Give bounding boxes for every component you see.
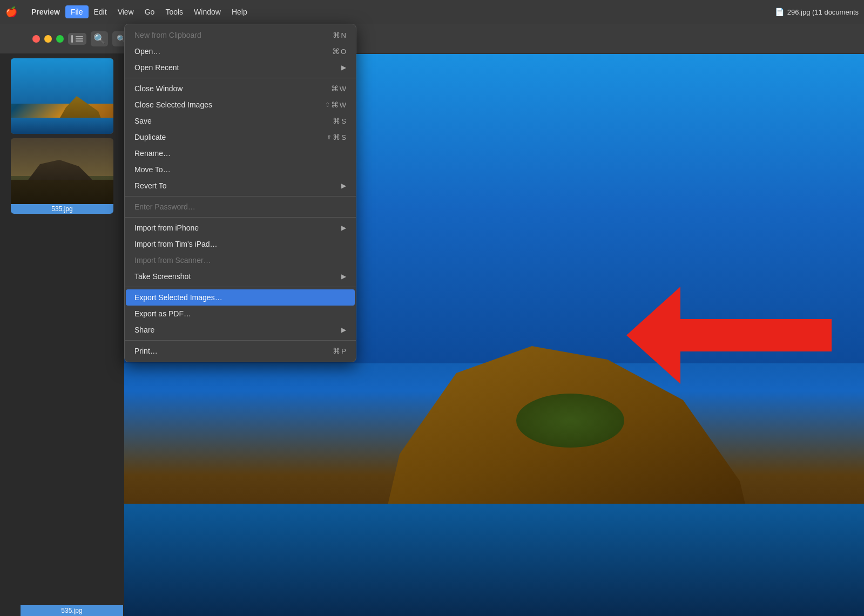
duplicate-shortcut: ⇧⌘S <box>327 133 346 141</box>
thumbnail-1[interactable] <box>11 58 113 134</box>
open-shortcut: ⌘O <box>332 47 346 56</box>
duplicate-label: Duplicate <box>134 133 166 141</box>
thumbnail-2-image <box>11 138 113 214</box>
menu-edit[interactable]: Edit <box>89 5 112 18</box>
menu-preview[interactable]: Preview <box>26 5 65 18</box>
print-label: Print… <box>134 347 158 355</box>
import-ipad-label: Import from Tim's iPad… <box>134 240 218 248</box>
menubar: 🍎 Preview File Edit View Go Tools Window… <box>0 0 864 24</box>
minimize-button[interactable] <box>44 35 52 43</box>
traffic-lights <box>32 35 64 43</box>
open-label: Open… <box>134 47 160 56</box>
menu-item-open-recent[interactable]: Open Recent ▶ <box>126 59 355 76</box>
import-scanner-label: Import from Scanner… <box>134 256 211 265</box>
take-screenshot-arrow: ▶ <box>341 273 346 280</box>
menu-item-share[interactable]: Share ▶ <box>126 322 355 338</box>
menu-file[interactable]: File <box>65 5 89 18</box>
menu-go[interactable]: Go <box>139 5 160 18</box>
import-iphone-label: Import from iPhone <box>134 224 199 232</box>
open-recent-arrow: ▶ <box>341 64 346 71</box>
revert-to-arrow: ▶ <box>341 182 346 189</box>
menu-window[interactable]: Window <box>188 5 226 18</box>
file-dropdown-menu: New from Clipboard ⌘N Open… ⌘O Open Rece… <box>124 24 356 362</box>
menu-item-rename[interactable]: Rename… <box>126 145 355 161</box>
sidebar: 535.jpg <box>0 54 124 616</box>
menu-tools[interactable]: Tools <box>160 5 188 18</box>
menu-help[interactable]: Help <box>226 5 253 18</box>
move-to-label: Move To… <box>134 165 171 174</box>
menu-item-new-from-clipboard[interactable]: New from Clipboard ⌘N <box>126 27 355 43</box>
share-arrow: ▶ <box>341 326 346 334</box>
menu-item-duplicate[interactable]: Duplicate ⇧⌘S <box>126 129 355 145</box>
menu-item-print[interactable]: Print… ⌘P <box>126 343 355 359</box>
export-selected-label: Export Selected Images… <box>134 293 222 302</box>
sidebar-toggle-button[interactable] <box>68 33 86 45</box>
enter-password-label: Enter Password… <box>134 202 195 211</box>
window-title-text: 296.jpg (11 documents <box>787 8 859 16</box>
open-recent-label: Open Recent <box>134 63 179 72</box>
menu-item-export-selected[interactable]: Export Selected Images… <box>126 289 355 306</box>
import-iphone-arrow: ▶ <box>341 224 346 232</box>
new-from-clipboard-label: New from Clipboard <box>134 31 201 39</box>
menu-item-import-scanner[interactable]: Import from Scanner… <box>126 252 355 268</box>
separator-4 <box>125 287 356 287</box>
close-window-shortcut: ⌘W <box>331 84 346 93</box>
thumbnail-2[interactable]: 535.jpg <box>11 138 113 214</box>
new-from-clipboard-shortcut: ⌘N <box>333 31 346 39</box>
save-label: Save <box>134 117 152 125</box>
document-icon: 📄 <box>775 8 784 16</box>
thumbnail-1-image <box>11 58 113 134</box>
take-screenshot-label: Take Screenshot <box>134 272 191 281</box>
close-window-label: Close Window <box>134 84 183 93</box>
arrow-head <box>626 287 680 384</box>
menu-item-save[interactable]: Save ⌘S <box>126 113 355 129</box>
close-button[interactable] <box>32 35 40 43</box>
thumbnail-2-label: 535.jpg <box>11 204 113 214</box>
zoom-out-button[interactable]: 🔍 <box>91 31 108 46</box>
menu-item-enter-password[interactable]: Enter Password… <box>126 199 355 215</box>
separator-5 <box>125 340 356 341</box>
share-label: Share <box>134 326 154 334</box>
menu-item-open[interactable]: Open… ⌘O <box>126 43 355 59</box>
separator-1 <box>125 78 356 78</box>
menu-item-close-window[interactable]: Close Window ⌘W <box>126 80 355 97</box>
main-water <box>124 504 864 616</box>
red-arrow <box>626 287 832 384</box>
export-pdf-label: Export as PDF… <box>134 309 191 318</box>
save-shortcut: ⌘S <box>333 117 346 125</box>
menu-item-move-to[interactable]: Move To… <box>126 161 355 178</box>
close-selected-images-label: Close Selected Images <box>134 100 212 109</box>
window-title: 📄 296.jpg (11 documents <box>775 8 859 16</box>
rename-label: Rename… <box>134 149 171 158</box>
thumbnail-filename-label: 535.jpg <box>21 605 123 616</box>
maximize-button[interactable] <box>56 35 64 43</box>
arrow-shaft <box>680 319 832 351</box>
revert-to-label: Revert To <box>134 181 167 190</box>
print-shortcut: ⌘P <box>333 347 346 355</box>
menu-item-export-pdf[interactable]: Export as PDF… <box>126 306 355 322</box>
separator-3 <box>125 217 356 218</box>
main-vegetation <box>516 394 624 448</box>
separator-2 <box>125 196 356 197</box>
menu-view[interactable]: View <box>112 5 139 18</box>
apple-menu[interactable]: 🍎 <box>5 6 17 18</box>
menu-item-close-selected-images[interactable]: Close Selected Images ⇧⌘W <box>126 97 355 113</box>
close-selected-images-shortcut: ⇧⌘W <box>325 100 346 109</box>
menu-item-revert-to[interactable]: Revert To ▶ <box>126 178 355 194</box>
menu-item-import-ipad[interactable]: Import from Tim's iPad… <box>126 236 355 252</box>
menu-item-take-screenshot[interactable]: Take Screenshot ▶ <box>126 268 355 285</box>
menu-item-import-iphone[interactable]: Import from iPhone ▶ <box>126 220 355 236</box>
